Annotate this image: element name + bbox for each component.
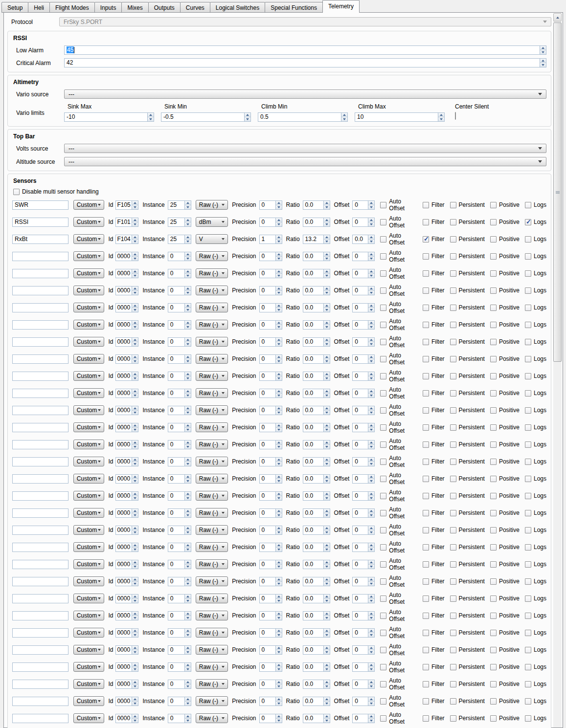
filter-checkbox[interactable] bbox=[423, 578, 429, 585]
sensor-offset-input[interactable]: 0 bbox=[352, 320, 368, 330]
sensor-type-select[interactable]: Custom bbox=[73, 491, 105, 501]
sensor-instance-input[interactable]: 0 bbox=[168, 320, 184, 330]
tab-special-functions[interactable]: Special Functions bbox=[265, 2, 323, 13]
auto-offset-checkbox[interactable] bbox=[380, 287, 386, 294]
sensor-instance-spinner[interactable] bbox=[184, 680, 191, 689]
sensor-instance-input[interactable]: 0 bbox=[168, 714, 184, 723]
sensor-instance-input[interactable]: 0 bbox=[168, 252, 184, 261]
sensor-ratio-input[interactable]: 0.0 bbox=[303, 337, 323, 347]
sensor-precision-spinner[interactable] bbox=[275, 218, 282, 227]
sensor-instance-spinner[interactable] bbox=[184, 320, 191, 330]
sensor-instance-input[interactable]: 0 bbox=[168, 491, 184, 501]
sensor-id-input[interactable]: 0000 bbox=[115, 303, 132, 312]
sensor-type-select[interactable]: Custom bbox=[73, 713, 105, 723]
sensor-instance-spinner[interactable] bbox=[184, 406, 191, 415]
sensor-type-select[interactable]: Custom bbox=[73, 388, 105, 398]
sensor-id-spinner[interactable] bbox=[132, 491, 138, 501]
filter-checkbox[interactable] bbox=[423, 305, 429, 311]
sensor-name-input[interactable]: RSSI bbox=[12, 218, 68, 227]
auto-offset-checkbox[interactable] bbox=[380, 698, 386, 705]
auto-offset-checkbox[interactable] bbox=[380, 373, 386, 379]
logs-checkbox[interactable] bbox=[525, 287, 531, 294]
logs-checkbox[interactable] bbox=[525, 424, 531, 431]
sensor-id-spinner[interactable] bbox=[132, 714, 138, 723]
positive-checkbox[interactable] bbox=[490, 630, 497, 636]
sink-max-input[interactable]: -10 bbox=[64, 112, 147, 122]
persistent-checkbox[interactable] bbox=[450, 493, 456, 499]
logs-checkbox[interactable] bbox=[525, 664, 531, 670]
sensor-instance-input[interactable]: 0 bbox=[168, 354, 184, 364]
sensor-precision-input[interactable]: 0 bbox=[259, 354, 275, 364]
auto-offset-checkbox[interactable] bbox=[380, 544, 386, 551]
filter-checkbox[interactable] bbox=[423, 596, 429, 602]
sensor-ratio-spinner[interactable] bbox=[323, 474, 330, 484]
sensor-precision-spinner[interactable] bbox=[275, 611, 282, 620]
positive-checkbox[interactable] bbox=[490, 373, 497, 379]
sensor-instance-input[interactable]: 0 bbox=[168, 303, 184, 312]
sensor-type-select[interactable]: Custom bbox=[73, 662, 105, 672]
persistent-checkbox[interactable] bbox=[450, 561, 456, 568]
auto-offset-checkbox[interactable] bbox=[380, 715, 386, 722]
sensor-instance-spinner[interactable] bbox=[184, 337, 191, 347]
sensor-name-input[interactable] bbox=[12, 611, 68, 620]
sensor-instance-input[interactable]: 0 bbox=[168, 269, 184, 278]
sensor-id-spinner[interactable] bbox=[132, 252, 138, 261]
sensor-ratio-input[interactable]: 0.0 bbox=[303, 714, 323, 723]
sensor-instance-spinner[interactable] bbox=[184, 440, 191, 449]
sensor-id-input[interactable]: 0000 bbox=[115, 680, 132, 689]
logs-checkbox[interactable] bbox=[525, 510, 531, 516]
sensor-offset-input[interactable]: 0 bbox=[352, 252, 368, 261]
sensor-name-input[interactable] bbox=[12, 662, 68, 672]
sensor-offset-spinner[interactable] bbox=[368, 526, 375, 535]
climb-max-input[interactable]: 10 bbox=[355, 112, 438, 122]
sensor-id-spinner[interactable] bbox=[132, 508, 138, 518]
center-silent-checkbox[interactable] bbox=[455, 112, 456, 120]
sensor-offset-spinner[interactable] bbox=[368, 680, 375, 689]
positive-checkbox[interactable] bbox=[490, 510, 497, 516]
sensor-id-spinner[interactable] bbox=[132, 303, 138, 312]
sensor-precision-input[interactable]: 0 bbox=[259, 526, 275, 535]
sensor-ratio-spinner[interactable] bbox=[323, 303, 330, 312]
sensor-unit-select[interactable]: Raw (-) bbox=[196, 576, 228, 586]
sensor-offset-input[interactable]: 0 bbox=[352, 423, 368, 432]
persistent-checkbox[interactable] bbox=[450, 613, 456, 619]
sensor-instance-spinner[interactable] bbox=[184, 303, 191, 312]
sensor-precision-spinner[interactable] bbox=[275, 508, 282, 518]
sensor-id-spinner[interactable] bbox=[132, 662, 138, 672]
sensor-id-input[interactable]: F104 bbox=[115, 235, 132, 244]
sensor-offset-input[interactable]: 0 bbox=[352, 680, 368, 689]
auto-offset-checkbox[interactable] bbox=[380, 219, 386, 225]
sensor-offset-input[interactable]: 0 bbox=[352, 269, 368, 278]
sensor-instance-spinner[interactable] bbox=[184, 200, 191, 210]
sensor-ratio-input[interactable]: 0.0 bbox=[303, 628, 323, 638]
positive-checkbox[interactable] bbox=[490, 322, 497, 328]
sensor-offset-spinner[interactable] bbox=[368, 218, 375, 227]
sensor-unit-select[interactable]: Raw (-) bbox=[196, 354, 228, 364]
sensor-precision-spinner[interactable] bbox=[275, 372, 282, 381]
sensor-instance-input[interactable]: 0 bbox=[168, 474, 184, 484]
sensor-ratio-input[interactable]: 0.0 bbox=[303, 697, 323, 706]
logs-checkbox[interactable] bbox=[525, 578, 531, 585]
sensor-unit-select[interactable]: Raw (-) bbox=[196, 679, 228, 689]
sensor-ratio-input[interactable]: 0.0 bbox=[303, 252, 323, 261]
sensor-ratio-spinner[interactable] bbox=[323, 423, 330, 432]
sensor-ratio-input[interactable]: 0.0 bbox=[303, 594, 323, 603]
filter-checkbox[interactable] bbox=[423, 476, 429, 482]
sensor-type-select[interactable]: Custom bbox=[73, 405, 105, 415]
sensor-id-input[interactable]: 0000 bbox=[115, 645, 132, 655]
sensor-type-select[interactable]: Custom bbox=[73, 696, 105, 706]
sensor-offset-spinner[interactable] bbox=[368, 474, 375, 484]
persistent-checkbox[interactable] bbox=[450, 630, 456, 636]
auto-offset-checkbox[interactable] bbox=[380, 578, 386, 585]
sensor-id-spinner[interactable] bbox=[132, 577, 138, 586]
sensor-ratio-input[interactable]: 13.2 bbox=[303, 235, 323, 244]
sensor-instance-spinner[interactable] bbox=[184, 611, 191, 620]
sensor-offset-spinner[interactable] bbox=[368, 611, 375, 620]
positive-checkbox[interactable] bbox=[490, 270, 497, 277]
sensor-precision-input[interactable]: 0 bbox=[259, 543, 275, 552]
positive-checkbox[interactable] bbox=[490, 219, 497, 225]
auto-offset-checkbox[interactable] bbox=[380, 424, 386, 431]
sensor-id-spinner[interactable] bbox=[132, 543, 138, 552]
sensor-ratio-spinner[interactable] bbox=[323, 662, 330, 672]
sensor-precision-spinner[interactable] bbox=[275, 354, 282, 364]
